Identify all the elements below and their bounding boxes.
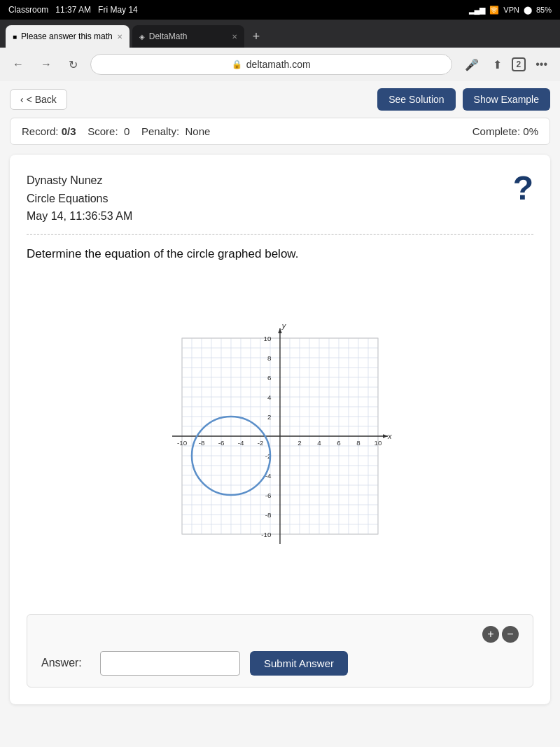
complete-text: Complete: 0%: [472, 125, 538, 137]
tab-label-2: DeltaMath: [149, 32, 188, 41]
axis-labels: -10 -8 -6 -4 -2 2 4 6 8 10 10 8 6 4 2 -: [177, 321, 392, 538]
back-nav-button[interactable]: ←: [8, 55, 28, 74]
lock-icon: 🔒: [232, 60, 242, 69]
coordinate-graph: -10 -8 -6 -4 -2 2 4 6 8 10 10 8 6 4 2 -: [133, 275, 427, 597]
help-icon[interactable]: ?: [513, 172, 533, 205]
new-tab-button[interactable]: +: [247, 25, 266, 48]
svg-text:-6: -6: [265, 491, 272, 499]
submit-button[interactable]: Submit Answer: [250, 651, 348, 676]
answer-input[interactable]: [100, 651, 240, 676]
vpn-badge: VPN: [503, 6, 519, 14]
tab-deltamath[interactable]: ◈ DeltaMath ✕: [132, 25, 244, 48]
penalty-value: None: [186, 125, 211, 137]
back-button-label: < Back: [27, 94, 57, 105]
svg-text:10: 10: [374, 438, 382, 446]
answer-row: Answer: Submit Answer: [41, 651, 519, 676]
signal-icon: ▂▄▆: [469, 6, 486, 15]
svg-text:8: 8: [356, 438, 360, 446]
svg-text:2: 2: [267, 413, 271, 421]
reload-button[interactable]: ↻: [64, 55, 82, 74]
svg-text:-8: -8: [265, 511, 272, 519]
status-right: ▂▄▆ 🛜 VPN ⬤ 85%: [469, 6, 552, 15]
url-field[interactable]: 🔒 deltamath.com: [90, 54, 452, 75]
timestamp: May 14, 11:36:53 AM: [27, 207, 132, 225]
tab-close-1[interactable]: ✕: [117, 33, 122, 41]
score-bar-left: Record: 0/3 Score: 0 Penalty: None: [22, 125, 210, 137]
score-bar: Record: 0/3 Score: 0 Penalty: None Compl…: [10, 118, 550, 145]
svg-text:x: x: [387, 432, 392, 440]
status-left: Classroom 11:37 AM Fri May 14: [8, 5, 138, 15]
svg-text:-4: -4: [238, 438, 244, 446]
menu-icon[interactable]: •••: [531, 55, 552, 74]
back-button[interactable]: ‹ < Back: [10, 89, 67, 110]
toolbar: ‹ < Back See Solution Show Example: [10, 88, 550, 111]
battery-level: 85%: [536, 6, 552, 14]
record-value: 0/3: [62, 125, 76, 137]
battery-icon: ⬤: [524, 6, 532, 15]
page-content: ‹ < Back See Solution Show Example Recor…: [0, 81, 560, 747]
svg-text:2: 2: [298, 438, 301, 446]
browser-chrome: ■ Please answer this math ✕ ◈ DeltaMath …: [0, 20, 560, 81]
forward-nav-button[interactable]: →: [36, 55, 56, 74]
score-label: Score:: [88, 125, 118, 137]
zoom-in-button[interactable]: +: [482, 626, 499, 643]
score-value: 0: [124, 125, 130, 137]
student-name: Dynasty Nunez: [27, 172, 132, 190]
svg-text:6: 6: [267, 374, 272, 382]
zoom-out-button[interactable]: −: [502, 626, 519, 643]
answer-area: + − Answer: Submit Answer: [27, 614, 533, 687]
tab-bar: ■ Please answer this math ✕ ◈ DeltaMath …: [0, 20, 560, 48]
svg-text:-10: -10: [261, 531, 272, 538]
address-actions: 🎤 ⬆ 2 •••: [461, 55, 552, 74]
complete-value: 0%: [523, 125, 538, 137]
svg-text:-10: -10: [177, 438, 188, 446]
svg-text:8: 8: [267, 354, 272, 362]
svg-text:-6: -6: [218, 438, 225, 446]
svg-text:-2: -2: [258, 438, 264, 446]
svg-text:-8: -8: [199, 438, 205, 446]
see-solution-button[interactable]: See Solution: [377, 88, 455, 111]
problem-statement: Determine the equation of the circle gra…: [27, 247, 533, 261]
record-label: Record:: [22, 125, 59, 137]
svg-text:10: 10: [263, 335, 271, 342]
tab-close-2[interactable]: ✕: [232, 33, 237, 41]
svg-text:6: 6: [337, 438, 341, 446]
user-info: Dynasty Nunez Circle Equations May 14, 1…: [27, 172, 132, 225]
complete-label: Complete:: [472, 125, 520, 137]
tab-favicon-1: ■: [13, 33, 17, 41]
penalty-label: Penalty:: [141, 125, 179, 137]
topic: Circle Equations: [27, 190, 132, 208]
time: 11:37 AM: [55, 5, 91, 15]
svg-text:y: y: [281, 321, 287, 330]
tab-label-1: Please answer this math: [21, 32, 113, 41]
app-name: Classroom: [8, 5, 48, 15]
tab-count-badge[interactable]: 2: [512, 57, 526, 71]
axes: [172, 328, 388, 544]
tab-favicon-2: ◈: [139, 33, 145, 41]
main-card: Dynasty Nunez Circle Equations May 14, 1…: [10, 155, 550, 704]
back-chevron-icon: ‹: [20, 94, 24, 105]
microphone-icon[interactable]: 🎤: [461, 55, 483, 74]
share-icon[interactable]: ⬆: [489, 55, 506, 74]
svg-text:4: 4: [317, 438, 321, 446]
graph-container: -10 -8 -6 -4 -2 2 4 6 8 10 10 8 6 4 2 -: [27, 275, 533, 597]
zoom-controls: + −: [41, 626, 519, 643]
date: Fri May 14: [98, 5, 138, 15]
tab-active[interactable]: ■ Please answer this math ✕: [6, 25, 130, 48]
answer-label: Answer:: [41, 657, 90, 669]
address-bar: ← → ↻ 🔒 deltamath.com 🎤 ⬆ 2 •••: [0, 48, 560, 81]
user-info-row: Dynasty Nunez Circle Equations May 14, 1…: [27, 172, 533, 225]
url-text: deltamath.com: [246, 59, 311, 70]
svg-marker-42: [383, 434, 388, 438]
divider: [27, 234, 533, 235]
show-example-button[interactable]: Show Example: [463, 88, 550, 111]
wifi-icon: 🛜: [489, 6, 499, 15]
svg-text:4: 4: [267, 393, 272, 401]
status-bar: Classroom 11:37 AM Fri May 14 ▂▄▆ 🛜 VPN …: [0, 0, 560, 20]
